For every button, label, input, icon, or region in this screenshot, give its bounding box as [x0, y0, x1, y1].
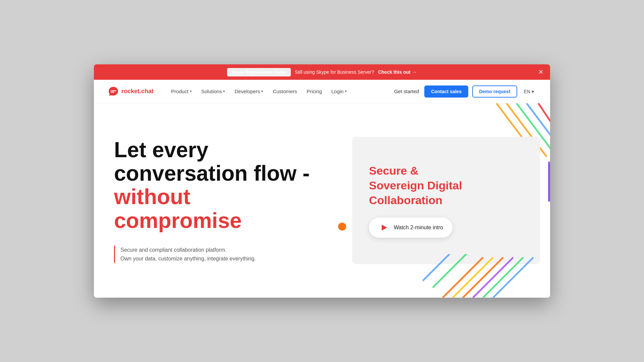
play-triangle [382, 225, 387, 231]
svg-line-10 [463, 257, 503, 298]
stripes-bottom-right [423, 254, 550, 298]
nav-links: Product ▾ Solutions ▾ Developers ▾ Custo… [167, 86, 382, 97]
video-card-title: Secure &Sovereign DigitalCollaboration [369, 163, 462, 208]
language-selector[interactable]: EN ▾ [521, 87, 537, 96]
hero-subtext-line1: Secure and compliant collaboration platf… [120, 246, 325, 254]
get-started-link[interactable]: Get started [393, 86, 420, 97]
nav-pricing[interactable]: Pricing [303, 86, 326, 97]
arrow-icon: → [412, 69, 417, 75]
announcement-link[interactable]: Check this out → [378, 69, 417, 75]
watch-intro-button[interactable]: Watch 2-minute intro [369, 218, 452, 238]
skype-guide-badge[interactable]: Skype Replacement Guide [227, 68, 290, 76]
hero-headline-red: without compromise [114, 185, 325, 232]
chevron-down-icon: ▾ [190, 89, 192, 94]
logo-text: rocket.chat [121, 88, 154, 95]
hero-subtext: Secure and compliant collaboration platf… [114, 246, 325, 263]
watch-intro-label: Watch 2-minute intro [394, 225, 443, 231]
hero-left: Let everyconversation flow - without com… [94, 103, 342, 298]
purple-accent-bar [548, 162, 550, 202]
announcement-bar: Skype Replacement Guide Still using Skyp… [94, 64, 550, 80]
hero-section: Let everyconversation flow - without com… [94, 103, 550, 298]
language-label: EN [524, 89, 530, 94]
contact-sales-button[interactable]: Contact sales [424, 85, 468, 98]
nav-customers[interactable]: Customers [269, 86, 301, 97]
play-icon [378, 222, 389, 233]
nav-developers[interactable]: Developers ▾ [230, 86, 267, 97]
svg-line-8 [443, 257, 483, 298]
navbar: rocket.chat Product ▾ Solutions ▾ Develo… [94, 80, 550, 103]
hero-subtext-line2: Own your data, customize anything, integ… [120, 254, 325, 263]
chevron-down-icon: ▾ [532, 89, 534, 94]
announcement-text: Still using Skype for Business Server? [295, 69, 374, 75]
close-icon[interactable]: ✕ [538, 69, 543, 75]
nav-product[interactable]: Product ▾ [167, 86, 196, 97]
logo[interactable]: rocket.chat [107, 85, 154, 98]
svg-line-12 [483, 257, 523, 298]
nav-solutions[interactable]: Solutions ▾ [197, 86, 229, 97]
nav-login[interactable]: Login ▾ [327, 86, 351, 97]
orange-accent-dot [338, 223, 346, 231]
browser-window: Skype Replacement Guide Still using Skyp… [94, 64, 550, 298]
nav-actions: Get started Contact sales Demo request E… [393, 85, 537, 98]
announcement-link-text: Check this out [378, 69, 410, 75]
svg-line-11 [473, 257, 513, 298]
hero-headline: Let everyconversation flow - [114, 138, 325, 185]
rocket-chat-logo-icon [107, 85, 119, 98]
chevron-down-icon: ▾ [223, 89, 225, 94]
video-card: Secure &Sovereign DigitalCollaboration W… [352, 137, 540, 264]
svg-line-13 [493, 257, 533, 298]
chevron-down-icon: ▾ [261, 89, 263, 94]
svg-line-9 [453, 257, 493, 298]
demo-request-button[interactable]: Demo request [472, 85, 517, 98]
chevron-down-icon: ▾ [345, 89, 347, 94]
